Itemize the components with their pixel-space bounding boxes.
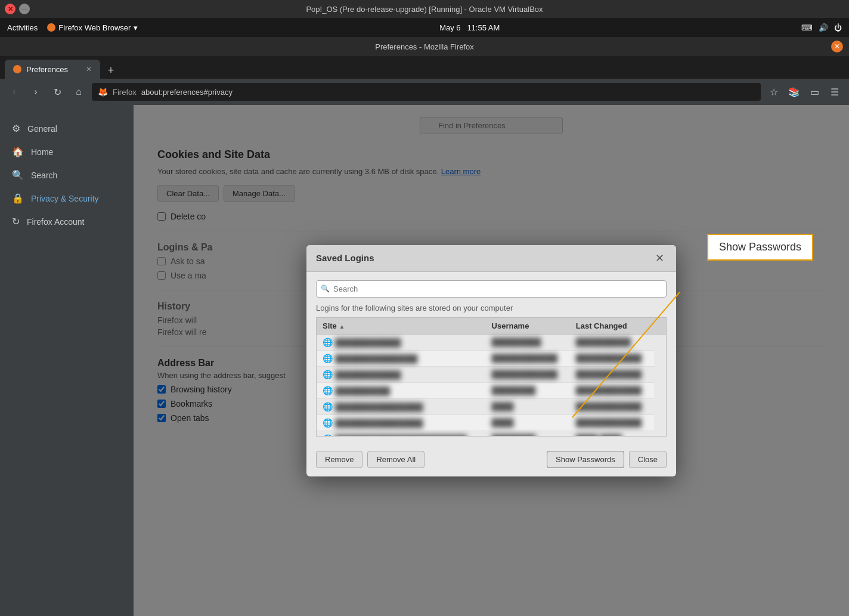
power-icon: ⏻ bbox=[834, 23, 842, 32]
general-icon: ⚙ bbox=[12, 123, 20, 134]
keyboard-icon: ⌨ bbox=[801, 23, 813, 32]
sidebar-item-home[interactable]: 🏠 Home bbox=[0, 140, 134, 163]
modal-search-icon: 🔍 bbox=[321, 284, 330, 293]
address-bar[interactable]: 🦊 Firefox about:preferences#privacy bbox=[92, 83, 761, 101]
modal-search-input[interactable] bbox=[316, 280, 667, 298]
show-passwords-annotation: Show Passwords bbox=[707, 234, 813, 261]
search-sidebar-icon: 🔍 bbox=[12, 169, 24, 181]
firefox-titlebar: Preferences - Mozilla Firefox ✕ bbox=[0, 37, 849, 56]
gnome-time: 11:55 AM bbox=[467, 23, 500, 32]
table-row[interactable]: 🌐████████████████ ████ ████████████ bbox=[317, 414, 666, 431]
content-area: 🔍 Cookies and Site Data Your stored cook… bbox=[134, 105, 849, 616]
logins-table-scroll[interactable]: Site ▲ Username Last Changed bbox=[316, 317, 667, 437]
privacy-icon: 🔒 bbox=[12, 193, 24, 204]
table-row[interactable]: 🌐████████████████████████ ████████ ████ … bbox=[317, 431, 666, 437]
modal-footer-right: Show Passwords Close bbox=[547, 451, 667, 468]
tab-close-icon[interactable]: ✕ bbox=[86, 65, 92, 73]
firefox-dot-icon bbox=[47, 23, 55, 32]
vm-title: Pop!_OS (Pre do-release-upgrade) [Runnin… bbox=[306, 5, 543, 14]
site-globe-icon: 🌐 bbox=[323, 354, 333, 363]
home-icon: 🏠 bbox=[12, 146, 24, 157]
reload-button[interactable]: ↻ bbox=[49, 83, 66, 100]
modal-search-wrapper: 🔍 bbox=[316, 280, 667, 298]
sidebar-label-firefox-account: Firefox Account bbox=[27, 217, 85, 227]
col-username[interactable]: Username bbox=[486, 318, 570, 335]
firefox-window: Preferences - Mozilla Firefox ✕ Preferen… bbox=[0, 37, 849, 616]
close-button[interactable]: Close bbox=[629, 451, 667, 468]
modal-subtitle: Logins for the following sites are store… bbox=[316, 304, 667, 312]
modal-footer-left: Remove Remove All bbox=[316, 451, 424, 468]
tab-bar: Preferences ✕ + bbox=[0, 56, 849, 79]
menu-icon[interactable]: ☰ bbox=[826, 83, 843, 100]
site-globe-icon: 🌐 bbox=[323, 338, 333, 347]
sidebar-item-firefox-account[interactable]: ↻ Firefox Account bbox=[0, 210, 134, 233]
gnome-topbar: Activities Firefox Web Browser ▾ May 6 1… bbox=[0, 18, 849, 37]
table-row[interactable]: 🌐██████████ ████████ ████████████ bbox=[317, 382, 666, 398]
firefox-close-button[interactable]: ✕ bbox=[831, 41, 843, 52]
modal-footer: Remove Remove All Show Passwords Close bbox=[306, 445, 676, 476]
activities-button[interactable]: Activities bbox=[7, 23, 38, 32]
gnome-datetime: May 6 11:55 AM bbox=[439, 23, 500, 32]
site-globe-icon: 🌐 bbox=[323, 370, 333, 379]
tab-label: Preferences bbox=[26, 65, 68, 74]
site-globe-icon: 🌐 bbox=[323, 386, 333, 395]
firefox-indicator-label: Firefox Web Browser bbox=[58, 23, 131, 32]
sidebar-label-privacy: Privacy & Security bbox=[31, 194, 99, 203]
modal-title: Saved Logins bbox=[316, 253, 374, 263]
firefox-address-icon: 🦊 bbox=[98, 87, 108, 97]
firefox-account-icon: ↻ bbox=[12, 216, 20, 227]
col-last-changed[interactable]: Last Changed bbox=[570, 318, 654, 335]
sidebar-label-general: General bbox=[27, 124, 57, 134]
vm-minimize-button[interactable]: — bbox=[19, 4, 30, 14]
main-content: ⚙ General 🏠 Home 🔍 Search 🔒 Privacy & Se… bbox=[0, 105, 849, 616]
nav-bar: ‹ › ↻ ⌂ 🦊 Firefox about:preferences#priv… bbox=[0, 79, 849, 105]
logins-table: Site ▲ Username Last Changed bbox=[317, 318, 666, 437]
site-globe-icon: 🌐 bbox=[323, 418, 333, 428]
sidebar-item-privacy[interactable]: 🔒 Privacy & Security bbox=[0, 187, 134, 210]
back-button[interactable]: ‹ bbox=[6, 83, 23, 100]
table-row[interactable]: 🌐███████████████ ████████████ ██████████… bbox=[317, 350, 666, 366]
annotation-label: Show Passwords bbox=[719, 241, 801, 253]
table-row[interactable]: 🌐████████████████ ████ ████████████ bbox=[317, 398, 666, 414]
forward-button[interactable]: › bbox=[27, 83, 44, 100]
gnome-left: Activities Firefox Web Browser ▾ bbox=[7, 23, 138, 32]
logins-table-header: Site ▲ Username Last Changed bbox=[317, 318, 666, 335]
table-row[interactable]: 🌐████████████ █████████ ██████████ bbox=[317, 334, 666, 350]
sidebar-toggle-icon[interactable]: ▭ bbox=[806, 83, 823, 100]
show-passwords-button[interactable]: Show Passwords bbox=[547, 451, 624, 468]
gnome-date: May 6 bbox=[439, 23, 460, 32]
volume-icon: 🔊 bbox=[819, 23, 828, 32]
address-url: about:preferences#privacy bbox=[141, 88, 233, 97]
table-row[interactable]: 🌐████████████ ████████████ ████████████ bbox=[317, 366, 666, 382]
site-globe-icon: 🌐 bbox=[323, 434, 333, 437]
modal-close-button[interactable]: ✕ bbox=[652, 251, 667, 265]
sort-arrow-icon: ▲ bbox=[339, 323, 345, 330]
firefox-window-title: Preferences - Mozilla Firefox bbox=[375, 42, 473, 51]
modal-body: 🔍 Logins for the following sites are sto… bbox=[306, 272, 676, 445]
sidebar-item-search[interactable]: 🔍 Search bbox=[0, 163, 134, 187]
library-icon[interactable]: 📚 bbox=[786, 83, 802, 100]
remove-button[interactable]: Remove bbox=[316, 451, 362, 468]
vm-controls: ✕ — bbox=[5, 4, 30, 14]
home-button[interactable]: ⌂ bbox=[70, 83, 87, 100]
site-globe-icon: 🌐 bbox=[323, 402, 333, 411]
nav-right-buttons: ☆ 📚 ▭ ☰ bbox=[766, 83, 843, 100]
sidebar-label-search: Search bbox=[31, 171, 57, 180]
col-actions bbox=[654, 318, 666, 335]
tab-preferences[interactable]: Preferences ✕ bbox=[5, 60, 100, 79]
col-site[interactable]: Site ▲ bbox=[317, 318, 486, 335]
firefox-label: Firefox bbox=[113, 88, 137, 97]
remove-all-button[interactable]: Remove All bbox=[367, 451, 424, 468]
gnome-right: ⌨ 🔊 ⏻ bbox=[801, 23, 842, 32]
firefox-indicator[interactable]: Firefox Web Browser ▾ bbox=[47, 23, 138, 32]
saved-logins-modal: Saved Logins ✕ 🔍 Logins for the followin… bbox=[306, 245, 676, 476]
sidebar-item-general[interactable]: ⚙ General bbox=[0, 117, 134, 140]
new-tab-button[interactable]: + bbox=[103, 62, 119, 79]
tab-favicon-icon bbox=[13, 65, 21, 73]
bookmark-icon[interactable]: ☆ bbox=[766, 83, 782, 100]
vm-close-button[interactable]: ✕ bbox=[5, 4, 16, 14]
firefox-chevron-icon: ▾ bbox=[134, 23, 138, 32]
sidebar: ⚙ General 🏠 Home 🔍 Search 🔒 Privacy & Se… bbox=[0, 105, 134, 616]
modal-overlay: Saved Logins ✕ 🔍 Logins for the followin… bbox=[134, 105, 849, 616]
sidebar-label-home: Home bbox=[31, 147, 53, 157]
